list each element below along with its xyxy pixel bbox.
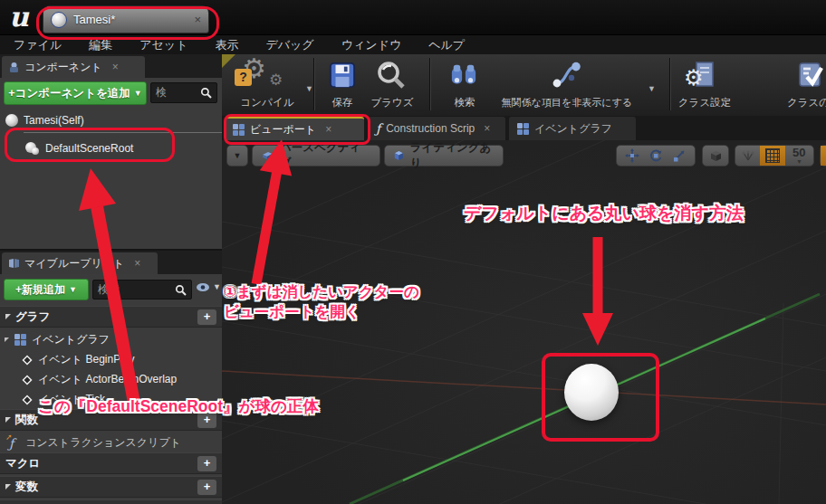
section-variables[interactable]: 変数 + [0, 476, 222, 498]
rotation-snap-toggle[interactable]: △ [821, 146, 826, 166]
compile-button[interactable]: ⚙ ⚙ ? コンパイル [227, 58, 307, 112]
grid-icon [765, 148, 780, 163]
eye-icon [196, 282, 210, 292]
clipboard-check-icon [796, 61, 825, 88]
coordinate-space-button[interactable] [702, 145, 729, 166]
menu-debug[interactable]: デバッグ [252, 37, 327, 53]
tree-item-label: Tamesi(Self) [24, 114, 84, 127]
add-graph-button[interactable]: + [197, 309, 216, 325]
find-label: 検索 [439, 96, 490, 109]
toolbar-separator [669, 58, 670, 110]
perspective-label: パースペクティブ [280, 140, 371, 171]
section-macros[interactable]: マクロ + [0, 452, 222, 474]
close-icon[interactable]: × [112, 61, 119, 73]
find-button[interactable]: 検索 [439, 58, 490, 112]
grid-snap-toggle[interactable] [760, 146, 784, 166]
event-graph-icon [14, 334, 26, 346]
tree-item-event-actorbeginoverlap[interactable]: イベント ActorBeginOverlap [22, 370, 219, 389]
collapse-triangle-icon [5, 417, 11, 423]
section-graphs[interactable]: グラフ + [0, 306, 222, 328]
node-graph-icon [552, 62, 582, 89]
3d-viewport[interactable]: ▼ パースペクティブ ライティングあり [222, 140, 826, 504]
close-icon[interactable]: × [134, 257, 140, 270]
section-label: 変数 [15, 480, 38, 495]
scene-root-icon [5, 114, 18, 127]
unreal-editor-window: u Tamesi* × ファイル 編集 アセット 表示 デバッグ ウィンドウ ヘ… [0, 0, 826, 504]
search-icon [175, 284, 187, 296]
menu-help[interactable]: ヘルプ [415, 37, 478, 53]
add-variable-button[interactable]: + [197, 480, 216, 495]
chevron-down-icon: ▼ [213, 283, 221, 291]
add-new-button[interactable]: +新規追加 ▼ [4, 279, 89, 300]
gear-icon: ⚙ [269, 71, 283, 89]
chevron-down-icon[interactable]: ▼ [648, 85, 656, 93]
function-icon: ƒ [376, 121, 380, 136]
toolbar-separator [429, 58, 430, 110]
components-icon [8, 62, 20, 73]
scale-tool-icon[interactable] [668, 146, 691, 166]
tab-construction-script[interactable]: ƒ Construction Scrip × [368, 117, 505, 140]
section-label: 関数 [15, 413, 38, 428]
add-component-button[interactable]: +コンポーネントを追加 ▼ [4, 81, 147, 105]
class-settings-button[interactable]: ⚙ クラス設定 [675, 58, 735, 112]
lighting-mode-button[interactable]: ライティングあり [384, 145, 504, 166]
perspective-icon [261, 150, 274, 161]
tab-event-graph[interactable]: イベントグラフ [509, 117, 636, 140]
function-icon: ƒ ➚ [7, 436, 20, 451]
world-cube-icon [709, 149, 723, 163]
component-search-input[interactable]: 検 [150, 82, 217, 103]
event-diamond-icon [22, 355, 33, 366]
event-diamond-icon [22, 395, 33, 405]
chevron-down-icon: ▼ [69, 286, 77, 294]
tree-item-construction-script[interactable]: ƒ ➚ コンストラクションスクリプト [7, 433, 219, 452]
save-floppy-icon [329, 62, 356, 89]
class-defaults-button[interactable]: クラスのデフォル [776, 58, 826, 112]
rotation-snap-group: △ 10 ▼ [820, 145, 826, 166]
annotation-box-sphere [542, 353, 659, 442]
viewport-options-button[interactable]: ▼ [226, 145, 248, 166]
chevron-down-icon: ▼ [234, 152, 242, 160]
section-label: マクロ [5, 456, 40, 471]
section-components[interactable]: コンポーネント [0, 499, 222, 504]
collapse-triangle-icon [5, 338, 9, 342]
tab-components[interactable]: コンポーネント × [2, 56, 145, 78]
tree-item-label: イベント BeginPlay [38, 352, 135, 367]
browse-button[interactable]: ブラウズ [367, 58, 418, 112]
rotate-tool-icon[interactable] [644, 146, 668, 166]
perspective-button[interactable]: パースペクティブ [252, 145, 380, 166]
myblueprint-tabstrip: マイブループリント × [0, 251, 222, 274]
close-icon[interactable]: × [484, 122, 490, 135]
chevron-down-icon[interactable]: ▼ [305, 85, 313, 93]
move-tool-icon[interactable] [620, 146, 644, 166]
save-button[interactable]: 保存 [322, 58, 363, 112]
tab-my-blueprint[interactable]: マイブループリント × [2, 252, 158, 274]
tab-components-label: コンポーネント [24, 60, 102, 75]
class-settings-label: クラス設定 [675, 96, 735, 109]
chevron-down-icon: ▼ [134, 90, 142, 98]
hide-unrelated-label: 無関係な項目を非表示にする [492, 96, 642, 109]
surface-snap-icon[interactable] [735, 146, 760, 166]
viewport-grid [222, 140, 826, 504]
transform-tools-group [616, 145, 696, 166]
hide-unrelated-button[interactable]: 無関係な項目を非表示にする [492, 58, 642, 112]
add-macro-button[interactable]: + [197, 456, 216, 471]
tree-item-label: コンストラクションスクリプト [25, 435, 181, 451]
tree-item-event-graph[interactable]: イベントグラフ [5, 330, 217, 349]
gear-icon: ⚙ [684, 65, 704, 90]
tree-item-event-beginplay[interactable]: イベント BeginPlay [22, 350, 219, 369]
annotation-step1: ①まずは消したいアクターの ビューポートを開く [224, 281, 419, 321]
visibility-filter-button[interactable]: ▼ [196, 282, 221, 292]
book-icon [8, 258, 20, 269]
class-defaults-label: クラスのデフォル [776, 96, 826, 109]
menu-view[interactable]: 表示 [201, 37, 252, 53]
tab-label: イベントグラフ [534, 121, 612, 137]
myblueprint-search-input[interactable]: 検索 [92, 280, 192, 300]
search-icon [200, 87, 212, 99]
grid-snap-value: 50 [792, 147, 805, 158]
collapse-triangle-icon [5, 314, 11, 319]
annotation-step1-line1: ①まずは消したいアクターの [224, 281, 419, 301]
save-label: 保存 [322, 96, 363, 109]
compile-label: コンパイル [227, 96, 307, 109]
menu-window[interactable]: ウィンドウ [328, 37, 416, 53]
grid-snap-value-button[interactable]: 50 ▼ [785, 146, 813, 166]
